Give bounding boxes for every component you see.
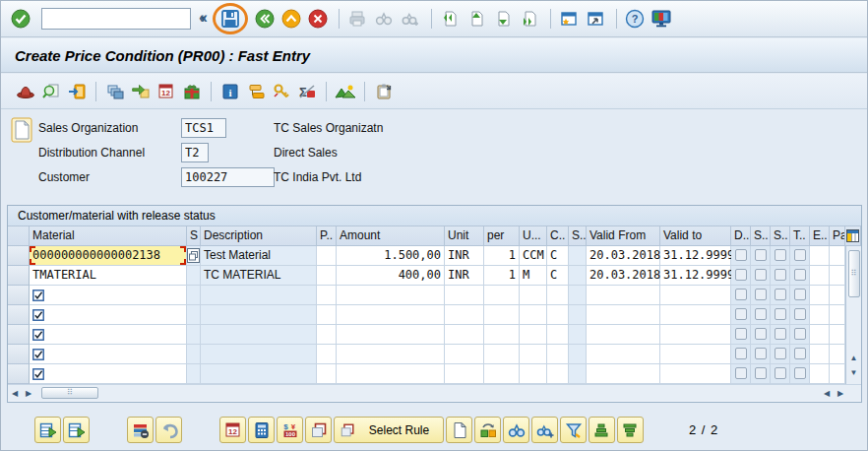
description-cell[interactable] [201, 325, 317, 345]
per-cell[interactable] [484, 286, 520, 305]
valid-to-cell[interactable]: 31.12.9999 [660, 246, 731, 266]
d-checkbox[interactable] [735, 367, 747, 379]
back-button[interactable] [253, 7, 277, 31]
table-configuration-button[interactable] [845, 226, 861, 246]
material-cell[interactable] [30, 286, 187, 305]
p-cell[interactable] [317, 364, 337, 384]
material-cell[interactable] [30, 364, 187, 384]
valid-from-cell[interactable] [587, 305, 660, 325]
valid-from-cell[interactable] [587, 325, 660, 345]
vertical-scrollbar-thumb[interactable]: ⠿ [848, 250, 860, 297]
condition-supplement-button[interactable] [333, 80, 358, 103]
customer-field[interactable] [181, 167, 275, 187]
valid-to-cell[interactable] [660, 286, 731, 305]
amount-cell[interactable] [337, 364, 445, 384]
p-cell[interactable] [317, 325, 337, 345]
s2-cell[interactable] [569, 305, 587, 325]
find-next-button-disabled[interactable] [399, 7, 422, 31]
p-cell[interactable] [317, 266, 337, 286]
s3-checkbox[interactable] [755, 367, 767, 379]
command-field-input[interactable] [42, 10, 199, 28]
condition-header-button[interactable] [13, 80, 38, 103]
per-cell[interactable]: 1 [484, 266, 520, 286]
column-header-amount[interactable]: Amount [337, 226, 445, 246]
s4-checkbox[interactable] [775, 308, 786, 320]
valid-to-cell[interactable] [660, 364, 731, 384]
s2-cell[interactable] [569, 345, 587, 364]
uom-cell[interactable]: M [520, 266, 547, 286]
column-header-unit[interactable]: Unit [445, 226, 484, 246]
per-cell[interactable] [484, 305, 520, 325]
next-page-button[interactable] [491, 7, 515, 31]
material-cell[interactable] [30, 345, 187, 364]
c-cell[interactable] [547, 345, 569, 364]
d-checkbox[interactable] [735, 328, 747, 340]
unit-cell[interactable] [445, 305, 484, 325]
material-cell[interactable]: 000000000000002138 [30, 246, 187, 266]
column-header-per[interactable]: per [484, 226, 520, 246]
pa-cell[interactable] [830, 325, 845, 345]
enter-button[interactable] [9, 7, 32, 31]
t-checkbox[interactable] [794, 249, 806, 261]
print-button[interactable] [345, 7, 369, 31]
description-cell[interactable] [201, 364, 317, 384]
s2-cell[interactable] [569, 266, 587, 286]
calculator-button[interactable] [248, 417, 275, 443]
t-checkbox[interactable] [794, 348, 806, 359]
valid-to-cell[interactable] [660, 345, 731, 364]
amounts-button[interactable]: $¥100 [277, 417, 303, 443]
horizontal-scrollbar-thumb[interactable]: ⠿ [41, 387, 98, 399]
s2-cell[interactable] [569, 246, 587, 266]
valid-to-cell[interactable]: 31.12.9999 [660, 266, 731, 286]
validity-periods-button[interactable]: 12 [154, 80, 179, 103]
c-cell[interactable] [547, 364, 569, 384]
valid-from-cell[interactable] [587, 286, 660, 305]
p-cell[interactable] [317, 286, 337, 305]
c-cell[interactable] [547, 325, 569, 345]
s2-cell[interactable] [569, 364, 587, 384]
uom-cell[interactable] [520, 286, 547, 305]
new-entries-button[interactable] [446, 417, 472, 443]
t-checkbox[interactable] [794, 328, 806, 340]
amount-cell[interactable] [337, 305, 445, 325]
scroll-right-button-right[interactable]: ▶ [834, 386, 847, 401]
e-cell[interactable] [810, 305, 830, 325]
unit-cell[interactable] [445, 325, 484, 345]
per-cell[interactable] [484, 325, 520, 345]
next-screen-button[interactable] [34, 417, 61, 443]
uom-cell[interactable] [520, 345, 547, 364]
filter-button[interactable] [560, 417, 587, 443]
find-entry-button[interactable] [503, 417, 529, 443]
c-cell[interactable] [547, 305, 569, 325]
s3-checkbox[interactable] [755, 289, 767, 300]
unit-cell[interactable] [445, 345, 484, 364]
s3-checkbox[interactable] [755, 328, 767, 340]
e-cell[interactable] [810, 345, 830, 364]
amount-cell[interactable] [337, 345, 445, 364]
description-cell[interactable] [201, 305, 317, 325]
uom-cell[interactable] [520, 305, 547, 325]
pa-cell[interactable] [830, 266, 845, 286]
scroll-up-button[interactable]: ▲ [847, 351, 861, 365]
s2-cell[interactable] [569, 286, 587, 305]
pa-cell[interactable] [830, 364, 845, 384]
s-cell[interactable] [187, 345, 201, 364]
e-cell[interactable] [810, 266, 830, 286]
column-header-p[interactable]: P.. [317, 226, 337, 246]
t-checkbox[interactable] [794, 269, 806, 281]
create-shortcut-button[interactable] [584, 7, 607, 31]
unit-cell[interactable] [445, 286, 484, 305]
per-cell[interactable] [484, 345, 520, 364]
s3-checkbox[interactable] [755, 348, 767, 359]
t-checkbox[interactable] [794, 289, 806, 300]
e-cell[interactable] [810, 286, 830, 305]
amount-cell[interactable] [337, 286, 445, 305]
copy-entries-button[interactable] [474, 417, 501, 443]
s2-cell[interactable] [569, 325, 587, 345]
s3-checkbox[interactable] [755, 308, 767, 320]
s3-checkbox[interactable] [755, 269, 767, 281]
free-goods-button[interactable] [179, 80, 205, 103]
s4-checkbox[interactable] [775, 367, 786, 379]
sort-ascending-button[interactable] [589, 417, 615, 443]
s3-checkbox[interactable] [755, 249, 767, 261]
